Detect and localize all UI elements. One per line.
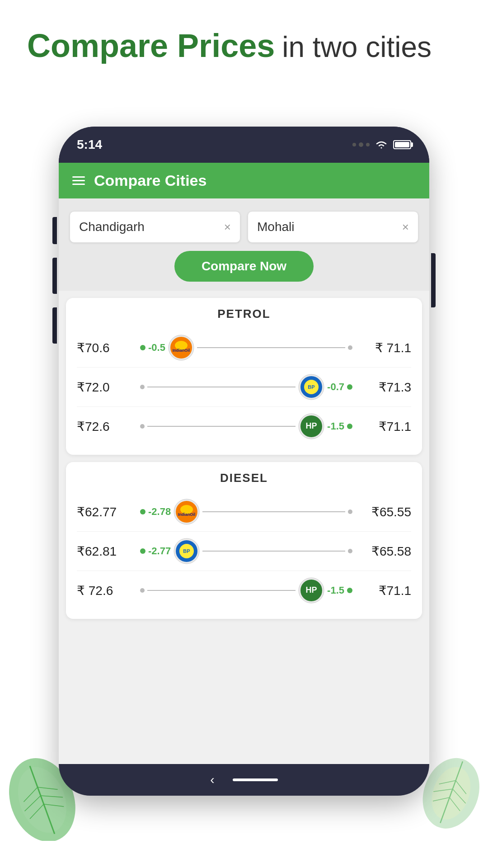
app-header-title: Compare Cities	[94, 172, 206, 189]
petrol-hp-dot-left	[140, 424, 145, 429]
phone-power-button	[52, 217, 57, 244]
diesel-bpcl-middle: -2.77 BP	[140, 538, 352, 564]
petrol-bpcl-price-left: ₹72.0	[77, 380, 140, 395]
hp-logo-petrol: HP	[298, 413, 324, 439]
phone-time: 5:14	[77, 137, 102, 152]
diesel-ioc-diff: -2.78	[148, 506, 171, 518]
diesel-hp-line	[147, 590, 296, 591]
city2-input[interactable]: Mohali ×	[248, 211, 418, 243]
petrol-bpcl-line	[147, 387, 296, 387]
diesel-ioc-dot-left	[140, 509, 145, 514]
phone-bottom-bar: ‹	[59, 764, 429, 796]
phone-status-bar: 5:14	[59, 127, 429, 163]
notch-dot-2	[366, 143, 370, 146]
petrol-card: PETROL ₹70.6 -0.5 IndianOil	[66, 298, 422, 455]
diesel-hp-price-right: ₹71.1	[352, 583, 411, 598]
city1-label: Chandigarh	[79, 220, 145, 234]
diesel-bpcl-price-left: ₹62.81	[77, 544, 140, 559]
petrol-hp-dot-right	[347, 424, 352, 429]
phone-volume-down-button	[52, 307, 57, 344]
diesel-ioc-dot-right	[348, 509, 352, 514]
city1-input[interactable]: Chandigarh ×	[70, 211, 240, 243]
city-selector-area: Chandigarh × Mohali × Compare Now	[59, 198, 429, 291]
back-chevron-icon[interactable]: ‹	[210, 773, 214, 787]
page-title-area: Compare Pricesin two cities	[27, 27, 461, 64]
diesel-bpcl-dot-right	[348, 549, 352, 553]
hamburger-line-2	[72, 180, 85, 181]
petrol-ioc-dot-right	[348, 345, 352, 350]
bpcl-logo-petrol: BP	[298, 374, 324, 400]
svg-text:HP: HP	[306, 585, 317, 594]
diesel-row-ioc: ₹62.77 -2.78 IndianOil ₹65.55	[77, 492, 411, 532]
city-inputs-row: Chandigarh × Mohali ×	[70, 211, 418, 243]
app-header: Compare Cities	[59, 163, 429, 198]
petrol-ioc-line	[197, 347, 345, 348]
diesel-title: DIESEL	[77, 471, 411, 485]
petrol-hp-diff: -1.5	[327, 420, 344, 432]
phone-screen: Compare Cities Chandigarh × Mohali × Com…	[59, 163, 429, 764]
hamburger-line-3	[72, 184, 85, 185]
svg-text:BP: BP	[308, 384, 314, 390]
phone-mockup: 5:14 Compar	[59, 127, 429, 796]
city2-close-button[interactable]: ×	[402, 220, 409, 234]
petrol-bpcl-dot-left	[140, 385, 145, 389]
svg-text:HP: HP	[306, 421, 317, 430]
diesel-ioc-price-right: ₹65.55	[352, 505, 411, 519]
diesel-bpcl-dot-left	[140, 548, 145, 554]
diesel-bpcl-line	[202, 551, 345, 552]
svg-text:IndianOil: IndianOil	[173, 348, 190, 353]
petrol-ioc-middle: -0.5 IndianOil	[140, 335, 352, 361]
notch-dot-1	[352, 143, 356, 146]
petrol-hp-line	[147, 426, 296, 427]
diesel-hp-middle: HP -1.5	[140, 577, 352, 604]
city2-label: Mohali	[257, 220, 294, 234]
bpcl-logo-diesel: BP	[174, 538, 200, 564]
diesel-bpcl-diff: -2.77	[148, 545, 171, 557]
petrol-ioc-diff: -0.5	[148, 342, 165, 354]
petrol-row-ioc: ₹70.6 -0.5 IndianOil	[77, 328, 411, 368]
diesel-hp-dot-right	[347, 588, 352, 593]
city1-close-button[interactable]: ×	[224, 220, 231, 234]
hamburger-menu-button[interactable]	[72, 176, 85, 185]
ioc-logo-diesel: IndianOil	[174, 499, 200, 525]
diesel-hp-diff: -1.5	[327, 585, 344, 596]
ioc-logo-petrol: IndianOil	[168, 335, 194, 361]
hamburger-line-1	[72, 176, 85, 178]
petrol-title: PETROL	[77, 307, 411, 321]
diesel-ioc-line	[202, 511, 345, 512]
petrol-hp-middle: HP -1.5	[140, 413, 352, 439]
petrol-row-bpcl: ₹72.0 BP -0.7 ₹71.3	[77, 368, 411, 407]
diesel-bpcl-price-right: ₹65.58	[352, 544, 411, 559]
petrol-hp-price-right: ₹71.1	[352, 419, 411, 434]
notch-dot-camera	[359, 142, 363, 147]
diesel-row-bpcl: ₹62.81 -2.77 BP ₹65.58	[77, 532, 411, 571]
petrol-hp-price-left: ₹72.6	[77, 419, 140, 434]
home-bar[interactable]	[233, 778, 278, 781]
phone-volume-up-button	[52, 258, 57, 294]
hp-logo-diesel: HP	[298, 577, 324, 604]
svg-text:BP: BP	[183, 548, 190, 554]
compare-now-button[interactable]: Compare Now	[174, 251, 314, 282]
page-title-bold: Compare Prices	[27, 28, 275, 64]
diesel-card: DIESEL ₹62.77 -2.78 IndianOil	[66, 462, 422, 619]
petrol-bpcl-price-right: ₹71.3	[352, 380, 411, 395]
svg-text:IndianOil: IndianOil	[178, 512, 196, 517]
diesel-row-hp: ₹ 72.6 HP -1.5 ₹71.1	[77, 571, 411, 610]
diesel-hp-dot-left	[140, 588, 145, 593]
wifi-icon	[375, 140, 388, 150]
petrol-ioc-price-right: ₹ 71.1	[352, 340, 411, 355]
petrol-bpcl-middle: BP -0.7	[140, 374, 352, 400]
petrol-row-hp: ₹72.6 HP -1.5 ₹71.1	[77, 407, 411, 446]
petrol-bpcl-diff: -0.7	[327, 381, 344, 393]
petrol-ioc-dot-left	[140, 345, 145, 350]
petrol-ioc-price-left: ₹70.6	[77, 340, 140, 355]
petrol-bpcl-dot-right	[347, 384, 352, 390]
battery-icon	[393, 140, 411, 149]
page-title-light: in two cities	[282, 31, 432, 63]
diesel-ioc-middle: -2.78 IndianOil	[140, 499, 352, 525]
diesel-ioc-price-left: ₹62.77	[77, 505, 140, 519]
phone-content: Chandigarh × Mohali × Compare Now PETROL…	[59, 198, 429, 764]
diesel-hp-price-left: ₹ 72.6	[77, 583, 140, 598]
phone-lock-button	[431, 253, 436, 307]
